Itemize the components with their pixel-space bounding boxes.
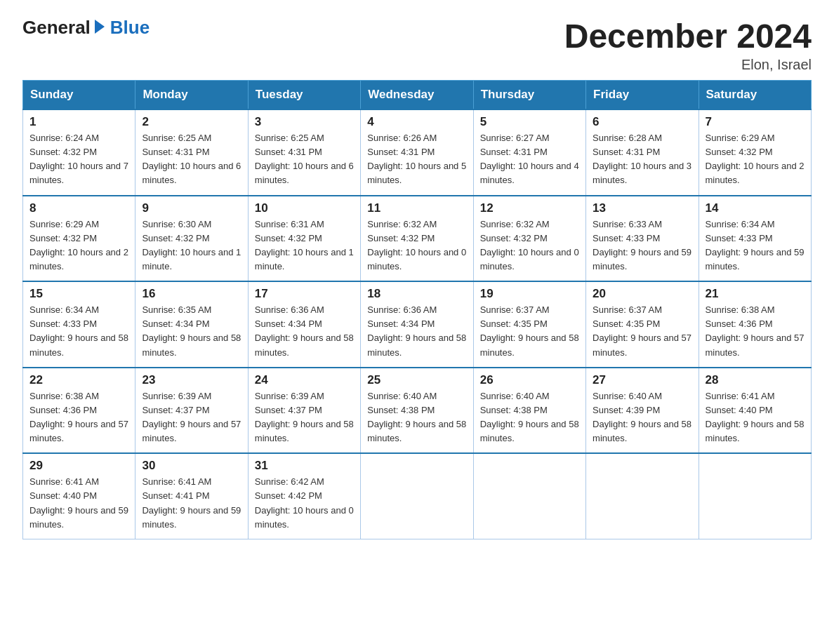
calendar-cell: 22 Sunrise: 6:38 AMSunset: 4:36 PMDaylig… [23,368,135,454]
cell-date: 30 [142,459,241,473]
cell-info: Sunrise: 6:36 AMSunset: 4:34 PMDaylight:… [255,304,354,357]
logo-text-general: General [22,17,91,39]
cell-info: Sunrise: 6:38 AMSunset: 4:36 PMDaylight:… [29,391,128,443]
calendar-cell: 11 Sunrise: 6:32 AMSunset: 4:32 PMDaylig… [361,196,473,282]
header-sunday: Sunday [23,81,135,110]
calendar-cell: 28 Sunrise: 6:41 AMSunset: 4:40 PMDaylig… [699,368,811,454]
cell-date: 15 [29,287,128,301]
calendar-cell: 7 Sunrise: 6:29 AMSunset: 4:32 PMDayligh… [699,109,811,196]
header-monday: Monday [135,81,248,110]
cell-date: 9 [142,201,241,215]
cell-date: 1 [29,115,128,129]
calendar-cell: 29 Sunrise: 6:41 AMSunset: 4:40 PMDaylig… [23,453,135,539]
cell-date: 8 [29,201,128,215]
calendar-cell: 30 Sunrise: 6:41 AMSunset: 4:41 PMDaylig… [135,453,248,539]
cell-date: 21 [706,287,805,301]
calendar-cell: 9 Sunrise: 6:30 AMSunset: 4:32 PMDayligh… [135,196,248,282]
cell-info: Sunrise: 6:36 AMSunset: 4:34 PMDaylight:… [367,304,466,357]
cell-info: Sunrise: 6:34 AMSunset: 4:33 PMDaylight:… [29,304,128,357]
cell-date: 11 [367,201,466,215]
cell-info: Sunrise: 6:25 AMSunset: 4:31 PMDaylight:… [142,133,241,185]
week-row-1: 1 Sunrise: 6:24 AMSunset: 4:32 PMDayligh… [23,109,812,196]
calendar-cell [699,453,811,539]
cell-date: 2 [142,115,241,129]
cell-date: 10 [255,201,354,215]
calendar-cell: 26 Sunrise: 6:40 AMSunset: 4:38 PMDaylig… [473,368,585,454]
calendar-table: Sunday Monday Tuesday Wednesday Thursday… [22,80,812,539]
cell-date: 31 [255,459,354,473]
cell-date: 29 [29,459,128,473]
page-header: General Blue December 2024 Elon, Israel [22,17,812,73]
calendar-cell: 16 Sunrise: 6:35 AMSunset: 4:34 PMDaylig… [135,281,248,368]
cell-info: Sunrise: 6:25 AMSunset: 4:31 PMDaylight:… [255,133,354,185]
calendar-cell: 5 Sunrise: 6:27 AMSunset: 4:31 PMDayligh… [473,109,585,196]
header-saturday: Saturday [699,81,811,110]
calendar-cell: 13 Sunrise: 6:33 AMSunset: 4:33 PMDaylig… [586,196,699,282]
week-row-4: 22 Sunrise: 6:38 AMSunset: 4:36 PMDaylig… [23,368,812,454]
month-title: December 2024 [564,17,812,55]
calendar-cell [586,453,699,539]
cell-info: Sunrise: 6:29 AMSunset: 4:32 PMDaylight:… [706,133,805,185]
cell-info: Sunrise: 6:28 AMSunset: 4:31 PMDaylight:… [593,133,691,185]
cell-info: Sunrise: 6:32 AMSunset: 4:32 PMDaylight:… [367,219,466,271]
cell-date: 25 [367,373,466,387]
calendar-cell: 27 Sunrise: 6:40 AMSunset: 4:39 PMDaylig… [586,368,699,454]
cell-date: 4 [367,115,466,129]
calendar-cell: 12 Sunrise: 6:32 AMSunset: 4:32 PMDaylig… [473,196,585,282]
cell-info: Sunrise: 6:37 AMSunset: 4:35 PMDaylight:… [593,304,691,357]
calendar-cell: 21 Sunrise: 6:38 AMSunset: 4:36 PMDaylig… [699,281,811,368]
calendar-cell: 18 Sunrise: 6:36 AMSunset: 4:34 PMDaylig… [361,281,473,368]
cell-info: Sunrise: 6:39 AMSunset: 4:37 PMDaylight:… [142,391,241,443]
cell-date: 6 [593,115,691,129]
cell-date: 22 [29,373,128,387]
calendar-cell: 23 Sunrise: 6:39 AMSunset: 4:37 PMDaylig… [135,368,248,454]
week-row-5: 29 Sunrise: 6:41 AMSunset: 4:40 PMDaylig… [23,453,812,539]
cell-date: 17 [255,287,354,301]
calendar-cell: 24 Sunrise: 6:39 AMSunset: 4:37 PMDaylig… [248,368,360,454]
calendar-cell: 2 Sunrise: 6:25 AMSunset: 4:31 PMDayligh… [135,109,248,196]
cell-info: Sunrise: 6:29 AMSunset: 4:32 PMDaylight:… [29,219,128,271]
cell-info: Sunrise: 6:41 AMSunset: 4:40 PMDaylight:… [706,391,805,443]
cell-info: Sunrise: 6:30 AMSunset: 4:32 PMDaylight:… [142,219,241,271]
calendar-cell [473,453,585,539]
calendar-cell: 15 Sunrise: 6:34 AMSunset: 4:33 PMDaylig… [23,281,135,368]
cell-info: Sunrise: 6:40 AMSunset: 4:38 PMDaylight:… [367,391,466,443]
calendar-cell: 14 Sunrise: 6:34 AMSunset: 4:33 PMDaylig… [699,196,811,282]
week-row-3: 15 Sunrise: 6:34 AMSunset: 4:33 PMDaylig… [23,281,812,368]
header-friday: Friday [586,81,699,110]
calendar-cell: 17 Sunrise: 6:36 AMSunset: 4:34 PMDaylig… [248,281,360,368]
cell-date: 24 [255,373,354,387]
cell-info: Sunrise: 6:41 AMSunset: 4:40 PMDaylight:… [29,476,128,529]
cell-info: Sunrise: 6:24 AMSunset: 4:32 PMDaylight:… [29,133,128,185]
cell-date: 23 [142,373,241,387]
cell-date: 20 [593,287,691,301]
cell-info: Sunrise: 6:42 AMSunset: 4:42 PMDaylight:… [255,476,354,529]
cell-date: 27 [593,373,691,387]
location: Elon, Israel [564,57,812,73]
logo-arrow-icon [95,20,105,34]
calendar-cell: 1 Sunrise: 6:24 AMSunset: 4:32 PMDayligh… [23,109,135,196]
cell-date: 7 [706,115,805,129]
cell-info: Sunrise: 6:38 AMSunset: 4:36 PMDaylight:… [706,304,805,357]
calendar-cell: 4 Sunrise: 6:26 AMSunset: 4:31 PMDayligh… [361,109,473,196]
cell-date: 26 [480,373,579,387]
cell-date: 3 [255,115,354,129]
calendar-cell: 3 Sunrise: 6:25 AMSunset: 4:31 PMDayligh… [248,109,360,196]
calendar-cell: 25 Sunrise: 6:40 AMSunset: 4:38 PMDaylig… [361,368,473,454]
cell-info: Sunrise: 6:34 AMSunset: 4:33 PMDaylight:… [706,219,805,271]
logo-text-blue: Blue [110,17,150,39]
cell-info: Sunrise: 6:26 AMSunset: 4:31 PMDaylight:… [367,133,466,185]
cell-date: 12 [480,201,579,215]
cell-info: Sunrise: 6:37 AMSunset: 4:35 PMDaylight:… [480,304,579,357]
header-wednesday: Wednesday [361,81,473,110]
cell-info: Sunrise: 6:27 AMSunset: 4:31 PMDaylight:… [480,133,579,185]
calendar-cell: 6 Sunrise: 6:28 AMSunset: 4:31 PMDayligh… [586,109,699,196]
cell-info: Sunrise: 6:39 AMSunset: 4:37 PMDaylight:… [255,391,354,443]
week-row-2: 8 Sunrise: 6:29 AMSunset: 4:32 PMDayligh… [23,196,812,282]
calendar-cell [361,453,473,539]
weekday-header-row: Sunday Monday Tuesday Wednesday Thursday… [23,81,812,110]
title-block: December 2024 Elon, Israel [564,17,812,73]
cell-info: Sunrise: 6:41 AMSunset: 4:41 PMDaylight:… [142,476,241,529]
cell-date: 28 [706,373,805,387]
cell-info: Sunrise: 6:32 AMSunset: 4:32 PMDaylight:… [480,219,579,271]
